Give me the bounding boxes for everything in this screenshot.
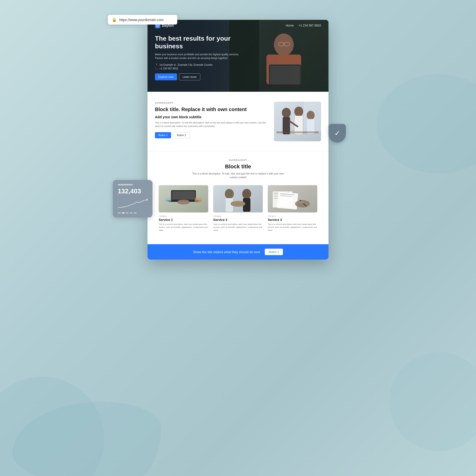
svg-rect-38 bbox=[231, 202, 245, 206]
svg-point-14 bbox=[282, 108, 291, 118]
service-name-2: Service 2 bbox=[213, 218, 263, 222]
service-img-2-graphic bbox=[213, 185, 263, 212]
block-button-1[interactable]: Button 1 bbox=[155, 132, 171, 138]
service-image-2 bbox=[213, 185, 263, 212]
dot-2 bbox=[122, 212, 125, 213]
lock-icon: 🔒 bbox=[112, 17, 117, 22]
hero-phone-item: 📞 +1 234 567 8910 bbox=[155, 67, 239, 70]
chart-area bbox=[118, 198, 148, 210]
shield-check-icon: ✓ bbox=[334, 129, 340, 137]
svg-rect-29 bbox=[178, 200, 189, 204]
hero-title: The best results for your business bbox=[155, 35, 239, 50]
block-image bbox=[274, 102, 321, 141]
explore-now-button[interactable]: Explore now bbox=[155, 73, 177, 80]
block-text: SUPERSCRIPT Block title. Replace it with… bbox=[155, 102, 267, 138]
svg-rect-9 bbox=[266, 85, 303, 87]
service-name-1: Service 1 bbox=[159, 218, 208, 222]
hero-address-item: 📍 1st Example st., Example City, Example… bbox=[155, 63, 239, 66]
website-mockup: Dayton Home +1 234 567 8910 The best res… bbox=[148, 20, 328, 260]
hero-info: 📍 1st Example st., Example City, Example… bbox=[155, 63, 239, 70]
service-desc-3: This is a service description. Add more … bbox=[268, 223, 317, 232]
hero-content: The best results for your business Make … bbox=[155, 35, 239, 80]
dot-5 bbox=[134, 212, 137, 213]
url-bar[interactable]: 🔒 https://www.yourdomain.com bbox=[108, 15, 177, 25]
service-desc-1: This is a service description. Add more … bbox=[159, 223, 208, 232]
service-card-2: Category Service 2 This is a service des… bbox=[213, 185, 263, 232]
cta-banner: Show the site visitors what they should … bbox=[148, 244, 328, 260]
block-description: This is a block description. To edit thi… bbox=[155, 121, 267, 128]
services-grid: Category Service 1 This is a service des… bbox=[155, 185, 321, 232]
trend-chart bbox=[118, 198, 148, 210]
service-image-1 bbox=[159, 185, 208, 212]
nav-phone[interactable]: +1 234 567 8910 bbox=[299, 24, 321, 27]
service-category-3: Category bbox=[268, 215, 317, 217]
cta-text: Show the site visitors what they should … bbox=[193, 250, 260, 254]
service-card-3: Category Service 3 This is a service des… bbox=[268, 185, 317, 232]
service-image-3 bbox=[268, 185, 317, 212]
svg-point-16 bbox=[294, 107, 303, 117]
svg-rect-26 bbox=[172, 191, 195, 200]
nav-home-link[interactable]: Home bbox=[286, 24, 294, 27]
svg-rect-20 bbox=[276, 131, 319, 133]
url-text: https://www.yourdomain.com bbox=[119, 18, 164, 22]
stats-card: 132,403 bbox=[113, 180, 152, 217]
hero-description: Make your business more profitable and p… bbox=[155, 53, 239, 60]
hero-address: 1st Example st., Example City, Example C… bbox=[159, 63, 212, 66]
svg-point-35 bbox=[242, 189, 251, 199]
svg-point-18 bbox=[307, 111, 315, 120]
phone-icon: 📞 bbox=[155, 67, 158, 70]
meeting-image bbox=[274, 102, 321, 141]
block-title: Block title. Replace it with own content bbox=[155, 106, 267, 113]
service-category-1: Category bbox=[159, 215, 208, 217]
shield-badge: ✓ bbox=[328, 124, 346, 143]
svg-rect-21 bbox=[291, 130, 295, 133]
stat-number: 132,403 bbox=[118, 187, 148, 195]
block-button-2[interactable]: Button 2 bbox=[173, 132, 190, 138]
hero-buttons: Explore now Learn more bbox=[155, 73, 239, 80]
svg-rect-31 bbox=[165, 198, 171, 202]
learn-more-button[interactable]: Learn more bbox=[179, 73, 200, 80]
dot-4 bbox=[130, 212, 133, 213]
service-desc-2: This is a service description. Add more … bbox=[213, 223, 263, 232]
svg-point-48 bbox=[295, 200, 310, 208]
services-superscript: SUPERSCRIPT bbox=[155, 159, 321, 161]
service-card-1: Category Service 1 This is a service des… bbox=[159, 185, 208, 232]
svg-point-0 bbox=[147, 199, 148, 201]
chart-dots bbox=[118, 212, 148, 213]
svg-point-33 bbox=[225, 189, 234, 199]
navbar-links: Home +1 234 567 8910 bbox=[286, 24, 321, 27]
services-title: Block title bbox=[155, 163, 321, 170]
cta-button[interactable]: Button 1 bbox=[265, 249, 283, 255]
svg-rect-8 bbox=[270, 66, 300, 84]
services-description: This is a block description. To edit, cl… bbox=[188, 172, 288, 179]
services-section: SUPERSCRIPT Block title This is a block … bbox=[148, 151, 328, 244]
block-buttons: Button 1 Button 2 bbox=[155, 132, 267, 138]
location-icon: 📍 bbox=[155, 63, 158, 66]
service-img-1-graphic bbox=[159, 185, 208, 212]
bar-indicator bbox=[118, 184, 133, 185]
block-content-section: SUPERSCRIPT Block title. Replace it with… bbox=[148, 92, 328, 151]
svg-rect-50 bbox=[299, 201, 304, 203]
service-name-3: Service 3 bbox=[268, 218, 317, 222]
svg-rect-30 bbox=[195, 198, 202, 203]
block-section: SUPERSCRIPT Block title. Replace it with… bbox=[155, 102, 321, 141]
dot-3 bbox=[126, 212, 129, 213]
block-superscript: SUPERSCRIPT bbox=[155, 102, 267, 104]
svg-rect-32 bbox=[213, 185, 263, 212]
block-subtitle: Add your own block subtitle bbox=[155, 115, 267, 119]
service-img-3-graphic bbox=[268, 185, 317, 212]
hero-phone: +1 234 567 8910 bbox=[159, 67, 178, 70]
service-category-2: Category bbox=[213, 215, 263, 217]
hero-section: Dayton Home +1 234 567 8910 The best res… bbox=[148, 20, 328, 92]
dot-1 bbox=[118, 212, 121, 213]
